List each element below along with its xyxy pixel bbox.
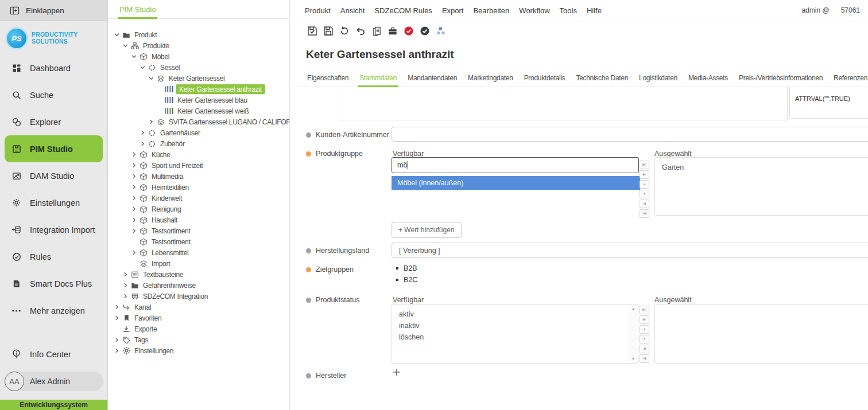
tree-node[interactable]: Testsortiment xyxy=(108,225,289,236)
menu-item[interactable]: Ansicht xyxy=(340,6,365,15)
tree-node[interactable]: Möbel xyxy=(108,51,289,62)
chevron-right-icon[interactable] xyxy=(130,174,138,179)
tree-node[interactable]: Reinigung xyxy=(108,204,289,214)
save-icon[interactable] xyxy=(323,26,334,36)
tree-node[interactable]: Sessel xyxy=(108,62,289,73)
chevron-right-icon[interactable] xyxy=(139,130,146,135)
multiline-field[interactable] xyxy=(339,87,788,120)
move-left-icon[interactable]: ◀ xyxy=(640,345,649,353)
tab[interactable]: Eigenschaften xyxy=(305,72,350,87)
produktgruppe-search-input[interactable]: mö xyxy=(392,157,639,173)
chevron-right-icon[interactable] xyxy=(122,294,129,299)
chevron-down-icon[interactable] xyxy=(113,32,121,37)
chevron-right-icon[interactable] xyxy=(130,152,138,157)
list-item[interactable]: Garten xyxy=(662,162,868,173)
sidebar-item[interactable]: Suche xyxy=(0,81,107,108)
tree-node[interactable]: Zubehör xyxy=(108,138,289,149)
approved-red-icon[interactable] xyxy=(404,26,414,36)
add-value-button[interactable]: + Wert hinzufügen xyxy=(392,222,462,238)
tree-node[interactable]: Keter Gartensessel anthrazit xyxy=(108,84,289,95)
tab[interactable]: Preis-/Vertriebsinformationen xyxy=(737,72,824,87)
move-left-icon[interactable]: ◀ xyxy=(640,200,649,208)
chevron-down-icon[interactable] xyxy=(122,43,129,48)
move-down-icon[interactable]: ▼ xyxy=(640,335,649,343)
tree-node[interactable]: Favoriten xyxy=(108,313,289,323)
move-all-right-icon[interactable]: ▶| xyxy=(640,161,649,169)
paste-icon[interactable] xyxy=(371,26,382,36)
tab-pim-studio[interactable]: PIM Studio xyxy=(118,0,157,19)
herstellungsland-select[interactable]: [ Vererbung ] xyxy=(392,243,868,258)
chevron-right-icon[interactable] xyxy=(113,337,121,342)
menu-item[interactable]: Produkt xyxy=(305,6,331,15)
tree-node[interactable]: Keter Gartensessel xyxy=(108,73,289,84)
move-down-icon[interactable]: ▼ xyxy=(640,190,649,198)
tree-node[interactable]: Gefahrenhinweise xyxy=(108,280,289,291)
chevron-down-icon[interactable] xyxy=(130,54,138,59)
undo-icon[interactable] xyxy=(355,26,366,36)
tree-node[interactable]: Gartenhäuser xyxy=(108,127,289,138)
tab[interactable]: Logistikdaten xyxy=(637,72,679,87)
sidebar-item[interactable]: Integration Import xyxy=(0,216,107,243)
chevron-right-icon[interactable] xyxy=(130,206,138,212)
chevron-right-icon[interactable] xyxy=(113,304,121,310)
sidebar-item[interactable]: DAM Studio xyxy=(0,162,107,189)
chevron-right-icon[interactable] xyxy=(130,185,138,190)
tree-node[interactable]: Textbausteine xyxy=(108,269,289,280)
tab[interactable]: Produktdetails xyxy=(522,72,567,87)
sidebar-item[interactable]: Smart Docs Plus xyxy=(0,270,107,297)
menu-item[interactable]: Hilfe xyxy=(587,6,602,15)
sidebar-item[interactable]: PIM Studio xyxy=(5,135,103,162)
list-item[interactable]: aktiv xyxy=(399,309,638,320)
move-all-left-icon[interactable]: |◀ xyxy=(640,209,649,218)
collapse-sidebar-button[interactable]: Einklappen xyxy=(0,0,107,21)
sidebar-item-info-center[interactable]: Info Center xyxy=(0,341,107,368)
add-hersteller-button[interactable] xyxy=(392,368,401,377)
produktgruppe-selected-list[interactable]: Garten xyxy=(654,157,868,216)
menu-item[interactable]: Workflow xyxy=(519,6,549,15)
tree-node[interactable]: Produkt xyxy=(108,29,289,40)
chevron-right-icon[interactable] xyxy=(130,250,138,255)
dropdown-option-selected[interactable]: Möbel (innen/außen) xyxy=(392,176,640,190)
tab[interactable]: Mandantendaten xyxy=(406,72,459,87)
chevron-right-icon[interactable] xyxy=(122,283,129,288)
menu-item[interactable]: Export xyxy=(442,6,464,15)
tree-node[interactable]: Keter Gartensessel weiß xyxy=(108,106,289,116)
tree-node[interactable]: Lebensmittel xyxy=(108,247,289,258)
produktstatus-available-list[interactable]: ▲ ▼ aktivinaktivlöschen xyxy=(392,304,638,364)
sidebar-item[interactable]: Einstellungen xyxy=(0,189,107,216)
tree-node[interactable]: Haushalt xyxy=(108,214,289,225)
menu-item[interactable]: Bearbeiten xyxy=(473,6,509,15)
scroll-down-icon[interactable]: ▼ xyxy=(629,357,637,361)
tree-node[interactable]: Keter Gartensessel blau xyxy=(108,95,289,106)
sidebar-item[interactable]: Explorer xyxy=(0,108,107,135)
tree-node[interactable]: Tags xyxy=(108,334,289,345)
tree-node[interactable]: Heimtextilien xyxy=(108,182,289,193)
chevron-down-icon[interactable] xyxy=(139,65,146,70)
produktstatus-selected-list[interactable] xyxy=(654,304,868,364)
chevron-right-icon[interactable] xyxy=(130,196,138,201)
move-right-icon[interactable]: ▶ xyxy=(640,170,649,179)
tab[interactable]: Marketingdaten xyxy=(466,72,515,87)
user-menu[interactable]: AA Alex Admin xyxy=(5,372,103,391)
move-all-left-icon[interactable]: |◀ xyxy=(640,354,649,363)
chevron-right-icon[interactable] xyxy=(139,141,146,146)
tree-node[interactable]: Multimedia xyxy=(108,171,289,182)
tree-node[interactable]: Kinderwelt xyxy=(108,193,289,204)
list-item[interactable]: löschen xyxy=(399,331,638,343)
chevron-down-icon[interactable] xyxy=(148,76,155,81)
chevron-right-icon[interactable] xyxy=(113,348,121,353)
tab[interactable]: Media-Assets xyxy=(687,72,730,87)
tree-node[interactable]: SVITA Gartensessel LUGANO / CALIFORNIA xyxy=(108,116,289,127)
move-up-icon[interactable]: ▲ xyxy=(640,325,649,334)
tree-node[interactable]: Exporte xyxy=(108,323,289,334)
chevron-right-icon[interactable] xyxy=(148,119,155,124)
move-all-right-icon[interactable]: ▶| xyxy=(640,306,649,314)
chevron-right-icon[interactable] xyxy=(130,163,138,168)
reload-icon[interactable] xyxy=(339,26,350,36)
sidebar-item[interactable]: Dashboard xyxy=(0,54,107,81)
tree-node[interactable]: SDZeCOM Integration xyxy=(108,291,289,302)
sidebar-item[interactable]: Mehr anzeigen xyxy=(0,297,107,324)
tree-node[interactable]: Einstellungen xyxy=(108,345,289,356)
menu-item[interactable]: SDZeCOM Rules xyxy=(374,6,432,15)
scrollbar[interactable]: ▲ ▼ xyxy=(629,305,637,362)
